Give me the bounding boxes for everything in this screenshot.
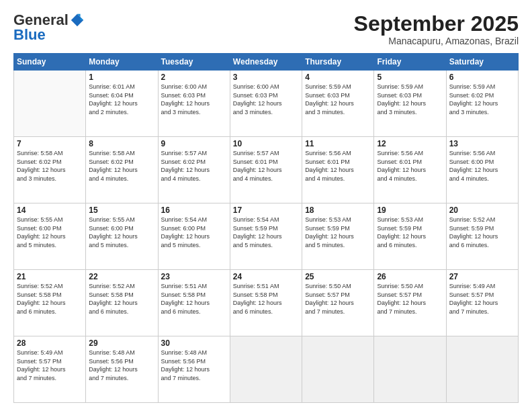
day-number: 9 (161, 139, 227, 148)
table-row: 4Sunrise: 5:59 AM Sunset: 6:03 PM Daylig… (302, 71, 374, 137)
table-row: 18Sunrise: 5:53 AM Sunset: 5:59 PM Dayli… (302, 203, 374, 270)
table-row: 23Sunrise: 5:51 AM Sunset: 5:58 PM Dayli… (158, 270, 230, 336)
day-info: Sunrise: 6:01 AM Sunset: 6:04 PM Dayligh… (89, 83, 154, 116)
day-info: Sunrise: 5:59 AM Sunset: 6:03 PM Dayligh… (377, 83, 443, 116)
day-info: Sunrise: 5:52 AM Sunset: 5:58 PM Dayligh… (89, 282, 154, 316)
day-number: 15 (89, 205, 154, 215)
table-row (446, 336, 518, 403)
day-number: 17 (233, 205, 299, 215)
table-row: 28Sunrise: 5:49 AM Sunset: 5:57 PM Dayli… (14, 336, 86, 403)
table-row: 5Sunrise: 5:59 AM Sunset: 6:03 PM Daylig… (374, 71, 446, 137)
col-saturday: Saturday (446, 54, 518, 71)
day-number: 5 (377, 73, 443, 82)
table-row: 15Sunrise: 5:55 AM Sunset: 6:00 PM Dayli… (86, 203, 158, 270)
logo: General Blue (13, 12, 85, 43)
table-row: 29Sunrise: 5:48 AM Sunset: 5:56 PM Dayli… (86, 336, 158, 403)
table-row: 16Sunrise: 5:54 AM Sunset: 6:00 PM Dayli… (158, 203, 230, 270)
day-number: 2 (161, 73, 227, 82)
day-number: 16 (161, 205, 227, 215)
day-info: Sunrise: 5:50 AM Sunset: 5:57 PM Dayligh… (377, 282, 443, 316)
table-row (302, 336, 374, 403)
calendar-table: Sunday Monday Tuesday Wednesday Thursday… (13, 53, 519, 403)
day-info: Sunrise: 5:52 AM Sunset: 5:58 PM Dayligh… (17, 282, 83, 316)
day-info: Sunrise: 5:57 AM Sunset: 6:01 PM Dayligh… (233, 149, 299, 183)
day-info: Sunrise: 5:51 AM Sunset: 5:58 PM Dayligh… (233, 282, 299, 316)
day-info: Sunrise: 5:52 AM Sunset: 5:59 PM Dayligh… (449, 216, 515, 249)
day-number: 20 (449, 205, 515, 215)
col-tuesday: Tuesday (158, 54, 230, 71)
day-info: Sunrise: 5:56 AM Sunset: 6:01 PM Dayligh… (305, 149, 371, 183)
day-info: Sunrise: 5:50 AM Sunset: 5:57 PM Dayligh… (305, 282, 371, 316)
day-info: Sunrise: 5:58 AM Sunset: 6:02 PM Dayligh… (89, 149, 154, 183)
day-info: Sunrise: 5:54 AM Sunset: 5:59 PM Dayligh… (233, 216, 299, 249)
day-info: Sunrise: 5:49 AM Sunset: 5:57 PM Dayligh… (17, 349, 83, 382)
day-info: Sunrise: 5:54 AM Sunset: 6:00 PM Dayligh… (161, 216, 227, 249)
day-info: Sunrise: 5:59 AM Sunset: 6:03 PM Dayligh… (305, 83, 371, 116)
day-number: 13 (449, 139, 515, 148)
day-number: 23 (161, 272, 227, 281)
calendar-week-row: 14Sunrise: 5:55 AM Sunset: 6:00 PM Dayli… (14, 203, 519, 270)
day-info: Sunrise: 5:49 AM Sunset: 5:57 PM Dayligh… (449, 282, 515, 316)
table-row: 30Sunrise: 5:48 AM Sunset: 5:56 PM Dayli… (158, 336, 230, 403)
day-number: 11 (305, 139, 371, 148)
day-info: Sunrise: 6:00 AM Sunset: 6:03 PM Dayligh… (233, 83, 299, 116)
table-row: 17Sunrise: 5:54 AM Sunset: 5:59 PM Dayli… (230, 203, 302, 270)
table-row: 11Sunrise: 5:56 AM Sunset: 6:01 PM Dayli… (302, 137, 374, 203)
table-row: 25Sunrise: 5:50 AM Sunset: 5:57 PM Dayli… (302, 270, 374, 336)
table-row: 2Sunrise: 6:00 AM Sunset: 6:03 PM Daylig… (158, 71, 230, 137)
table-row (374, 336, 446, 403)
month-title: September 2025 (354, 12, 519, 36)
day-number: 30 (161, 338, 227, 348)
day-number: 27 (449, 272, 515, 281)
location-subtitle: Manacapuru, Amazonas, Brazil (354, 36, 519, 46)
col-thursday: Thursday (302, 54, 374, 71)
table-row: 26Sunrise: 5:50 AM Sunset: 5:57 PM Dayli… (374, 270, 446, 336)
table-row: 6Sunrise: 5:59 AM Sunset: 6:02 PM Daylig… (446, 71, 518, 137)
table-row: 12Sunrise: 5:56 AM Sunset: 6:01 PM Dayli… (374, 137, 446, 203)
day-number: 10 (233, 139, 299, 148)
day-number: 8 (89, 139, 154, 148)
table-row: 7Sunrise: 5:58 AM Sunset: 6:02 PM Daylig… (14, 137, 86, 203)
table-row: 13Sunrise: 5:56 AM Sunset: 6:00 PM Dayli… (446, 137, 518, 203)
table-row: 19Sunrise: 5:53 AM Sunset: 5:59 PM Dayli… (374, 203, 446, 270)
table-row: 3Sunrise: 6:00 AM Sunset: 6:03 PM Daylig… (230, 71, 302, 137)
day-info: Sunrise: 5:59 AM Sunset: 6:02 PM Dayligh… (449, 83, 515, 116)
table-row: 22Sunrise: 5:52 AM Sunset: 5:58 PM Dayli… (86, 270, 158, 336)
table-row: 27Sunrise: 5:49 AM Sunset: 5:57 PM Dayli… (446, 270, 518, 336)
calendar-week-row: 7Sunrise: 5:58 AM Sunset: 6:02 PM Daylig… (14, 137, 519, 203)
table-row: 8Sunrise: 5:58 AM Sunset: 6:02 PM Daylig… (86, 137, 158, 203)
calendar-week-row: 28Sunrise: 5:49 AM Sunset: 5:57 PM Dayli… (14, 336, 519, 403)
day-info: Sunrise: 5:57 AM Sunset: 6:02 PM Dayligh… (161, 149, 227, 183)
day-info: Sunrise: 5:58 AM Sunset: 6:02 PM Dayligh… (17, 149, 83, 183)
header: General Blue September 2025 Manacapuru, … (13, 12, 519, 46)
day-info: Sunrise: 5:48 AM Sunset: 5:56 PM Dayligh… (89, 349, 154, 382)
day-info: Sunrise: 5:55 AM Sunset: 6:00 PM Dayligh… (17, 216, 83, 249)
page: General Blue September 2025 Manacapuru, … (0, 0, 532, 411)
col-monday: Monday (86, 54, 158, 71)
logo-icon (70, 13, 85, 28)
day-number: 6 (449, 73, 515, 82)
title-section: September 2025 Manacapuru, Amazonas, Bra… (354, 12, 519, 46)
day-number: 29 (89, 338, 154, 348)
table-row: 14Sunrise: 5:55 AM Sunset: 6:00 PM Dayli… (14, 203, 86, 270)
table-row: 1Sunrise: 6:01 AM Sunset: 6:04 PM Daylig… (86, 71, 158, 137)
table-row: 21Sunrise: 5:52 AM Sunset: 5:58 PM Dayli… (14, 270, 86, 336)
day-number: 18 (305, 205, 371, 215)
table-row: 20Sunrise: 5:52 AM Sunset: 5:59 PM Dayli… (446, 203, 518, 270)
day-info: Sunrise: 5:51 AM Sunset: 5:58 PM Dayligh… (161, 282, 227, 316)
col-sunday: Sunday (14, 54, 86, 71)
col-friday: Friday (374, 54, 446, 71)
calendar-week-row: 21Sunrise: 5:52 AM Sunset: 5:58 PM Dayli… (14, 270, 519, 336)
col-wednesday: Wednesday (230, 54, 302, 71)
calendar-header-row: Sunday Monday Tuesday Wednesday Thursday… (14, 54, 519, 71)
logo-blue-text: Blue (13, 27, 46, 43)
day-info: Sunrise: 6:00 AM Sunset: 6:03 PM Dayligh… (161, 83, 227, 116)
table-row: 10Sunrise: 5:57 AM Sunset: 6:01 PM Dayli… (230, 137, 302, 203)
day-number: 22 (89, 272, 154, 281)
day-info: Sunrise: 5:56 AM Sunset: 6:00 PM Dayligh… (449, 149, 515, 183)
day-number: 19 (377, 205, 443, 215)
day-number: 1 (89, 73, 154, 82)
day-info: Sunrise: 5:48 AM Sunset: 5:56 PM Dayligh… (161, 349, 227, 382)
day-number: 25 (305, 272, 371, 281)
day-number: 3 (233, 73, 299, 82)
